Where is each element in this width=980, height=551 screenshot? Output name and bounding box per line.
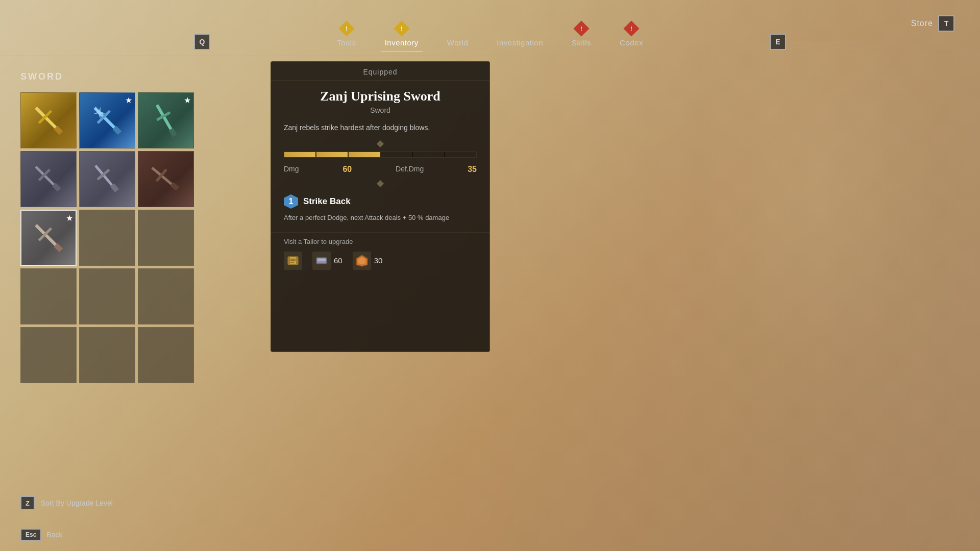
inventory-grid: ★ ★ (20, 92, 245, 383)
material-scroll (284, 252, 302, 270)
dmg-label: Dmg (284, 165, 299, 174)
tools-label: Tools (337, 38, 356, 47)
item-type: Sword (271, 106, 489, 114)
investigation-label: Investigation (497, 38, 543, 47)
bar-seg-5 (413, 152, 445, 157)
e-key[interactable]: E (770, 34, 786, 50)
section-title: SWORD (20, 71, 245, 82)
def-dmg-value: 35 (468, 165, 477, 174)
z-key[interactable]: Z (20, 496, 35, 510)
inventory-slot-10[interactable] (20, 268, 77, 324)
upgrade-materials: 60 30 (284, 252, 477, 270)
upgrade-section: Visit a Tailor to upgrade (271, 232, 489, 270)
slot-7-star: ★ (66, 213, 73, 223)
bar-seg-2 (316, 152, 349, 157)
dmg-value: 60 (342, 165, 352, 174)
inventory-slot-13[interactable] (20, 327, 77, 383)
investigation-icon (512, 26, 528, 36)
tab-inventory[interactable]: Inventory (371, 17, 433, 52)
ability-header: 1 Strike Back (284, 194, 477, 209)
codex-label: Codex (620, 38, 643, 47)
q-key[interactable]: Q (194, 34, 210, 50)
skills-label: Skills (572, 38, 591, 47)
svg-rect-29 (317, 259, 326, 261)
bar-seg-1 (284, 152, 316, 157)
inventory-slot-11[interactable] (79, 268, 135, 324)
leather-count: 30 (374, 256, 383, 265)
store-label: Store (911, 19, 933, 28)
nav-tabs-container: Tools Inventory World Investigation Skil… (323, 17, 657, 52)
sword-item-5 (80, 152, 135, 207)
bar-seg-6 (445, 152, 476, 157)
nav-left-key[interactable]: Q (194, 34, 210, 50)
item-name: Zanj Uprising Sword (271, 89, 489, 104)
tab-tools[interactable]: Tools (323, 17, 371, 52)
inventory-slot-12[interactable] (138, 268, 194, 324)
bar-seg-3 (349, 152, 381, 157)
tab-skills[interactable]: Skills (557, 17, 605, 52)
ability-number: 1 (284, 194, 298, 209)
equipped-banner: Equipped (271, 62, 489, 81)
store-key[interactable]: T (938, 15, 954, 32)
skills-icon (574, 21, 589, 36)
inventory-slot-9[interactable] (138, 210, 194, 266)
slot-3-star: ★ (184, 95, 191, 105)
leather-icon (353, 252, 371, 270)
inventory-slot-6[interactable] (138, 151, 194, 207)
sort-bar: Z Sort By Upgrade Level (20, 496, 113, 510)
stats-divider-top (377, 140, 384, 147)
metal-icon (312, 252, 331, 270)
tab-codex[interactable]: Codex (605, 17, 657, 52)
sword-item-1 (21, 93, 76, 148)
stats-bar-container (271, 152, 489, 158)
material-metal: 60 (312, 252, 342, 270)
inventory-label: Inventory (385, 38, 419, 47)
inventory-slot-2[interactable]: ★ (79, 92, 135, 148)
svg-rect-24 (296, 257, 298, 265)
world-icon (450, 26, 465, 36)
nav-right-key[interactable]: E (770, 34, 786, 50)
inventory-slot-4[interactable] (20, 151, 77, 207)
svg-rect-23 (288, 257, 290, 265)
left-panel: SWORD ★ (0, 56, 265, 551)
scroll-icon (284, 252, 302, 270)
tab-investigation[interactable]: Investigation (482, 22, 557, 52)
tools-diamond-icon (338, 20, 354, 36)
inventory-slot-8[interactable] (79, 210, 135, 266)
slot-2-star: ★ (125, 95, 132, 105)
stats-row: Dmg 60 Def.Dmg 35 (271, 162, 489, 177)
ability-name: Strike Back (303, 196, 351, 207)
tab-world[interactable]: World (433, 22, 482, 52)
svg-rect-8 (156, 111, 170, 121)
tools-icon (339, 21, 354, 36)
inventory-slot-15[interactable] (138, 327, 194, 383)
nav-divider (0, 56, 980, 56)
inventory-slot-7[interactable]: ★ (20, 210, 77, 266)
metal-count: 60 (334, 256, 342, 265)
codex-icon (624, 21, 639, 36)
codex-diamond-icon (623, 20, 639, 36)
inventory-slot-14[interactable] (79, 327, 135, 383)
item-description: Zanj rebels strike hardest after dodging… (271, 122, 489, 133)
inventory-slot-3[interactable]: ★ (138, 92, 194, 148)
bar-seg-4 (381, 152, 413, 157)
sort-label: Sort By Upgrade Level (41, 499, 113, 507)
sword-item-6 (138, 152, 193, 207)
inventory-icon (394, 21, 409, 36)
stats-bar (284, 152, 477, 158)
inventory-slot-1[interactable] (20, 92, 77, 148)
def-dmg-label: Def.Dmg (396, 165, 424, 174)
ability-description: After a perfect Dodge, next Attack deals… (284, 213, 477, 223)
main-content: SWORD ★ (0, 56, 980, 551)
top-navigation: Q Tools Inventory World Investigation (0, 0, 980, 56)
upgrade-label: Visit a Tailor to upgrade (284, 238, 477, 245)
ability-section: 1 Strike Back After a perfect Dodge, nex… (271, 190, 489, 227)
inventory-diamond-icon (394, 20, 409, 36)
skills-diamond-icon (573, 20, 589, 36)
detail-panel: Equipped Zanj Uprising Sword Sword Zanj … (271, 61, 490, 352)
ability-divider (377, 180, 384, 187)
world-label: World (447, 38, 468, 47)
inventory-slot-5[interactable] (79, 151, 135, 207)
material-leather: 30 (353, 252, 383, 270)
store-area[interactable]: Store T (911, 15, 954, 32)
